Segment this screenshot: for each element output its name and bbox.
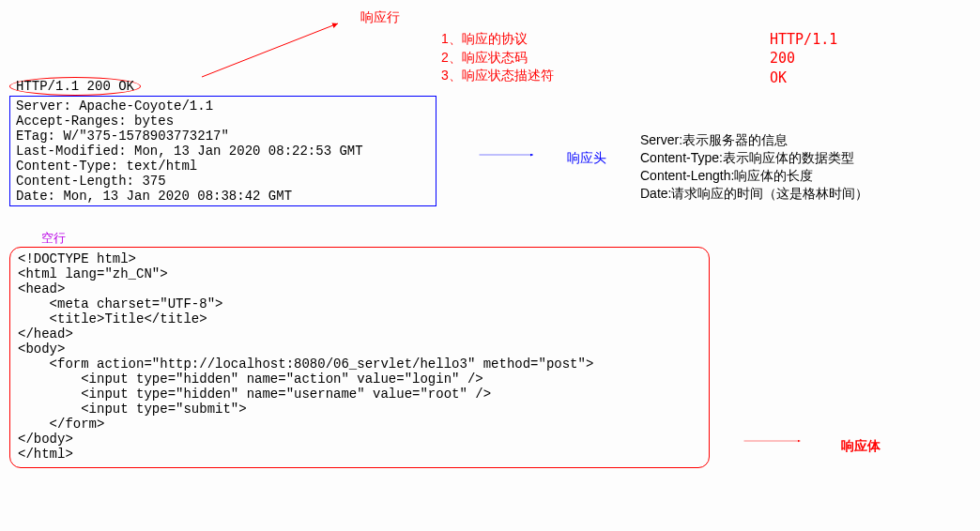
body-html-close: </html>	[18, 447, 701, 462]
body-doctype: <!DOCTYPE html>	[18, 251, 701, 266]
headers-box: Server: Apache-Coyote/1.1 Accept-Ranges:…	[9, 96, 436, 206]
header-accept-ranges: Accept-Ranges: bytes	[16, 114, 430, 129]
body-form-close: </form>	[18, 417, 701, 432]
body-body-open: <body>	[18, 341, 701, 357]
body-input-submit: <input type="submit">	[18, 402, 701, 417]
body-html-open: <html lang="zh_CN">	[18, 266, 701, 281]
header-desc-server: Server:表示服务器的信息	[640, 131, 868, 149]
status-line-text: HTTP/1.1 200 OK	[16, 79, 134, 94]
body-form-open: <form action="http://localhost:8080/06_s…	[18, 357, 701, 372]
header-date: Date: Mon, 13 Jan 2020 08:38:42 GMT	[16, 189, 430, 204]
response-line-desc-list: 1、响应的协议 2、响应状态码 3、响应状态描述符	[441, 30, 554, 85]
response-line-desc-values: HTTP/1.1 200 OK	[770, 30, 837, 87]
response-line-label: 响应行	[360, 9, 400, 26]
response-headers-label: 响应头	[567, 150, 606, 167]
header-content-length: Content-Length: 375	[16, 174, 430, 189]
svg-line-0	[202, 23, 338, 77]
body-input-action: <input type="hidden" name="action" value…	[18, 372, 701, 387]
arrow-response-headers-icon	[449, 150, 571, 159]
header-server: Server: Apache-Coyote/1.1	[16, 99, 430, 114]
header-etag: ETag: W/"375-1578903773217"	[16, 129, 430, 144]
header-last-modified: Last-Modified: Mon, 13 Jan 2020 08:22:53…	[16, 144, 430, 159]
val-status-code: 200	[770, 49, 837, 68]
header-content-type: Content-Type: text/html	[16, 159, 430, 174]
body-head-open: <head>	[18, 281, 701, 296]
header-desc-date: Date:请求响应的时间（这是格林时间）	[640, 185, 868, 203]
status-line-box: HTTP/1.1 200 OK	[9, 77, 141, 96]
body-body-close: </body>	[18, 432, 701, 447]
empty-line-label: 空行	[41, 230, 66, 247]
val-status-text: OK	[770, 68, 837, 87]
desc-protocol: 1、响应的协议	[441, 30, 554, 49]
arrow-response-line-icon	[197, 19, 343, 84]
body-head-close: </head>	[18, 326, 701, 341]
body-title: <title>Title</title>	[18, 311, 701, 326]
desc-status-code: 2、响应状态码	[441, 49, 554, 68]
val-protocol: HTTP/1.1	[770, 30, 837, 49]
body-box: <!DOCTYPE html> <html lang="zh_CN"> <hea…	[9, 247, 710, 468]
body-input-username: <input type="hidden" name="username" val…	[18, 387, 701, 402]
response-body-label: 响应体	[841, 438, 880, 455]
body-meta: <meta charset="UTF-8">	[18, 296, 701, 311]
desc-status-text: 3、响应状态描述符	[441, 67, 554, 85]
arrow-response-body-icon	[713, 436, 835, 446]
header-desc-content-length: Content-Length:响应体的长度	[640, 167, 868, 185]
header-desc-content-type: Content-Type:表示响应体的数据类型	[640, 149, 868, 167]
header-desc-box: Server:表示服务器的信息 Content-Type:表示响应体的数据类型 …	[640, 131, 868, 203]
